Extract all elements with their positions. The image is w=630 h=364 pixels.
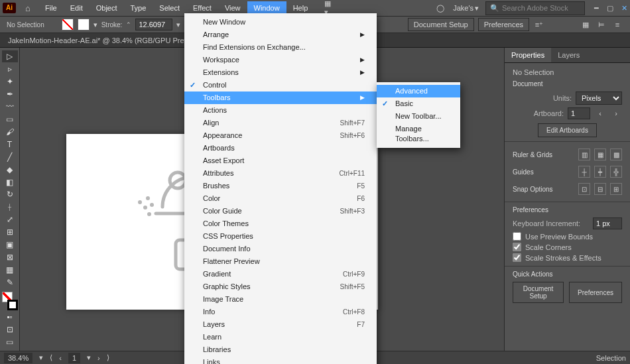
- tab-properties[interactable]: Properties: [505, 48, 551, 62]
- guides-lock-icon[interactable]: ┿: [594, 166, 606, 178]
- qa-preferences-button[interactable]: Preferences: [569, 282, 622, 303]
- menu-effect[interactable]: Effect: [186, 1, 218, 15]
- menu-edit[interactable]: Edit: [64, 1, 90, 15]
- width-tool[interactable]: ⟊: [2, 201, 18, 213]
- pen-tool[interactable]: ✒: [2, 88, 18, 100]
- menu-item[interactable]: Color GuideShift+F3: [184, 205, 377, 217]
- snap-pixel-icon[interactable]: ⊡: [578, 183, 590, 195]
- menu-file[interactable]: File: [38, 1, 64, 15]
- menu-item[interactable]: Color Themes: [184, 217, 377, 230]
- menu-window[interactable]: Window: [247, 1, 286, 15]
- document-setup-button[interactable]: Document Setup: [408, 18, 474, 31]
- grid-icon[interactable]: ▦: [594, 149, 606, 160]
- menu-view[interactable]: View: [218, 1, 247, 15]
- prefs-toggle-icon[interactable]: ≡⁺: [533, 19, 545, 30]
- artboard-nav[interactable]: 1: [68, 353, 80, 363]
- menu-item[interactable]: Extensions▶: [184, 66, 377, 79]
- submenu-item[interactable]: Manage Toolbars...: [377, 123, 460, 145]
- stock-search[interactable]: 🔍 Search Adobe Stock: [485, 1, 585, 15]
- menu-item[interactable]: New Window: [184, 16, 377, 29]
- fill-stroke-control[interactable]: [2, 292, 18, 310]
- guides-show-icon[interactable]: ┼: [578, 166, 590, 178]
- stroke-weight-input[interactable]: [135, 19, 172, 30]
- zoom-level[interactable]: 38.4%: [4, 353, 32, 363]
- color-mode-icon[interactable]: ▪▫: [2, 311, 18, 323]
- menu-item[interactable]: Find Extensions on Exchange...: [184, 41, 377, 54]
- gradient-tool[interactable]: ▦: [2, 264, 18, 276]
- close-icon[interactable]: ✕: [621, 4, 627, 13]
- free-transform-tool[interactable]: ⤢: [2, 213, 18, 225]
- rotate-tool[interactable]: ↻: [2, 188, 18, 200]
- line-tool[interactable]: ╱: [2, 151, 18, 163]
- units-select[interactable]: Pixels: [576, 91, 622, 105]
- arrange-docs-icon[interactable]: ▦ ▾: [324, 2, 336, 14]
- menu-help[interactable]: Help: [286, 1, 315, 15]
- menu-item[interactable]: GradientCtrl+F9: [184, 268, 377, 280]
- panel-menu-icon[interactable]: ≡: [611, 19, 623, 30]
- menu-item[interactable]: Libraries: [184, 343, 377, 356]
- curvature-tool[interactable]: 〰: [2, 101, 18, 113]
- qa-doc-setup-button[interactable]: Document Setup: [513, 282, 564, 303]
- artboard-number-input[interactable]: [568, 107, 590, 119]
- menu-item[interactable]: Document Info: [184, 243, 377, 255]
- eyedropper-tool[interactable]: ✎: [2, 276, 18, 288]
- scale-corners-checkbox[interactable]: [513, 243, 521, 251]
- rectangle-tool[interactable]: ▭: [2, 113, 18, 125]
- menu-item[interactable]: Workspace▶: [184, 54, 377, 66]
- menu-item[interactable]: Image Trace: [184, 293, 377, 306]
- document-tab[interactable]: JakeInMotion-Header-AE.ai* @ 38.4% (RGB/…: [8, 36, 201, 44]
- menu-item[interactable]: Graphic StylesShift+F5: [184, 280, 377, 293]
- shape-builder-tool[interactable]: ⊞: [2, 226, 18, 238]
- minimize-icon[interactable]: ━: [594, 4, 599, 13]
- menu-select[interactable]: Select: [153, 1, 186, 15]
- screen-mode-icon[interactable]: ▭: [2, 336, 18, 348]
- stroke-swatch[interactable]: [78, 19, 90, 30]
- brush-tool[interactable]: 🖌: [2, 126, 18, 138]
- menu-item[interactable]: Asset Export: [184, 154, 377, 167]
- menu-item[interactable]: Flattener Preview: [184, 255, 377, 268]
- magic-wand-tool[interactable]: ✦: [2, 76, 18, 88]
- menu-item[interactable]: Learn: [184, 331, 377, 343]
- learn-icon[interactable]: ◯: [434, 2, 446, 14]
- menu-item[interactable]: Toolbars▶: [184, 91, 377, 104]
- maximize-icon[interactable]: ▢: [607, 4, 613, 13]
- home-icon[interactable]: ⌂: [21, 3, 34, 13]
- menu-item[interactable]: Control: [184, 79, 377, 91]
- menu-item[interactable]: Arrange▶: [184, 29, 377, 41]
- draw-mode-icon[interactable]: ⊡: [2, 324, 18, 335]
- transparency-grid-icon[interactable]: ▩: [610, 149, 622, 160]
- smart-guides-icon[interactable]: ╬: [610, 166, 622, 178]
- edit-artboards-button[interactable]: Edit Artboards: [538, 123, 597, 137]
- menu-object[interactable]: Object: [90, 1, 124, 15]
- ruler-icon[interactable]: ▥: [578, 149, 590, 160]
- menu-item[interactable]: Actions: [184, 104, 377, 117]
- type-tool[interactable]: T: [2, 139, 18, 151]
- menu-item[interactable]: AppearanceShift+F6: [184, 129, 377, 142]
- snap-grid-icon[interactable]: ⊞: [610, 183, 622, 195]
- mesh-tool[interactable]: ⊠: [2, 251, 18, 263]
- menu-item[interactable]: Links: [184, 356, 377, 364]
- workspace-switcher[interactable]: Jake's ▾: [449, 3, 483, 14]
- scale-strokes-checkbox[interactable]: [513, 253, 521, 262]
- menu-item[interactable]: ColorF6: [184, 192, 377, 205]
- fill-swatch[interactable]: [62, 19, 74, 30]
- preferences-button[interactable]: Preferences: [478, 18, 529, 31]
- use-preview-bounds-checkbox[interactable]: [513, 232, 521, 241]
- artboard-prev-icon[interactable]: ‹: [594, 107, 606, 119]
- transform-panel-icon[interactable]: ⊨: [596, 19, 607, 30]
- submenu-item[interactable]: Basic: [377, 97, 460, 110]
- direct-select-tool[interactable]: ▹: [2, 63, 18, 75]
- menu-item[interactable]: AlignShift+F7: [184, 117, 377, 129]
- menu-type[interactable]: Type: [124, 1, 153, 15]
- align-panel-icon[interactable]: ▦: [580, 19, 592, 30]
- menu-item[interactable]: Artboards: [184, 142, 377, 154]
- submenu-item[interactable]: New Toolbar...: [377, 110, 460, 123]
- menu-item[interactable]: AttributesCtrl+F11: [184, 167, 377, 180]
- kb-increment-input[interactable]: [593, 217, 622, 229]
- submenu-item[interactable]: Advanced: [377, 85, 460, 97]
- menu-item[interactable]: BrushesF5: [184, 180, 377, 192]
- tab-layers[interactable]: Layers: [551, 48, 586, 62]
- shaper-tool[interactable]: ◆: [2, 164, 18, 176]
- snap-point-icon[interactable]: ⊟: [594, 183, 606, 195]
- selection-tool[interactable]: ▷: [2, 50, 18, 62]
